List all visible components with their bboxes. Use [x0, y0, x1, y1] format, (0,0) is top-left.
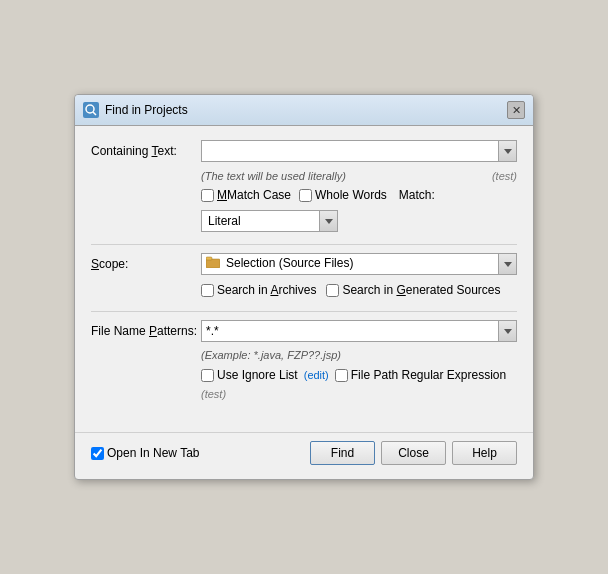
use-ignore-list-checkbox[interactable]: [201, 369, 214, 382]
containing-text-input-wrapper: [201, 140, 517, 162]
search-generated-checkbox[interactable]: [326, 284, 339, 297]
search-archives-checkbox[interactable]: [201, 284, 214, 297]
scope-dropdown-arrow[interactable]: [498, 254, 516, 274]
file-name-input-wrapper: [201, 320, 517, 342]
whole-words-checkbox[interactable]: [299, 189, 312, 202]
match-select[interactable]: Literal Regular Expression: [202, 211, 319, 231]
svg-line-1: [93, 112, 96, 115]
hint-text: (The text will be used literally): [201, 170, 346, 182]
svg-rect-2: [206, 259, 220, 268]
footer-buttons: Find Close Help: [310, 441, 517, 465]
match-dropdown-arrow[interactable]: [319, 211, 337, 231]
whole-words-label: Whole Words: [315, 188, 387, 202]
containing-text-dropdown-arrow[interactable]: [498, 141, 516, 161]
open-in-tab-item[interactable]: Open In New Tab: [91, 446, 200, 460]
open-in-tab-label: Open In New Tab: [107, 446, 200, 460]
search-archives-label: Search in Archives: [217, 283, 316, 297]
search-archives-item[interactable]: Search in Archives: [201, 283, 316, 297]
whole-words-checkbox-item[interactable]: Whole Words: [299, 188, 387, 202]
file-name-row: File Name Patterns:: [91, 320, 517, 342]
file-path-regex-checkbox[interactable]: [335, 369, 348, 382]
help-button[interactable]: Help: [452, 441, 517, 465]
match-select-wrapper: Literal Regular Expression: [201, 210, 338, 232]
hint-right: (test): [492, 170, 517, 182]
match-label: Match:: [399, 188, 435, 202]
dialog-icon: [83, 102, 99, 118]
containing-text-underline: T: [152, 144, 158, 158]
example-row: (Example: *.java, FZP??.jsp): [91, 348, 517, 362]
separator-1: [91, 244, 517, 245]
title-left: Find in Projects: [83, 102, 188, 118]
open-in-tab-checkbox[interactable]: [91, 447, 104, 460]
use-ignore-list-label: Use Ignore List: [217, 368, 298, 382]
example-text: (Example: *.java, FZP??.jsp): [201, 349, 341, 361]
scope-value: Selection (Source Files): [224, 254, 498, 274]
close-icon[interactable]: ✕: [507, 101, 525, 119]
dialog-titlebar: Find in Projects ✕: [75, 95, 533, 126]
search-options-row: Search in Archives Search in Generated S…: [91, 283, 517, 297]
find-button[interactable]: Find: [310, 441, 375, 465]
search-generated-item[interactable]: Search in Generated Sources: [326, 283, 500, 297]
file-path-regex-label: File Path Regular Expression: [351, 368, 506, 382]
file-path-regex-item[interactable]: File Path Regular Expression: [335, 368, 506, 382]
scope-row: Scope: Selection (Source Files): [91, 253, 517, 275]
match-case-label: MMatch Case: [217, 188, 291, 202]
find-in-projects-dialog: Find in Projects ✕ Containing Text: (The…: [74, 94, 534, 480]
hint-row: (The text will be used literally) (test): [91, 170, 517, 182]
search-generated-label: Search in Generated Sources: [342, 283, 500, 297]
ignore-row: Use Ignore List (edit) File Path Regular…: [91, 368, 517, 400]
svg-point-0: [86, 105, 94, 113]
file-path-test-hint: (test): [201, 388, 226, 400]
containing-text-input[interactable]: [202, 141, 498, 161]
match-case-checkbox[interactable]: [201, 189, 214, 202]
containing-text-row: Containing Text:: [91, 140, 517, 162]
dialog-title: Find in Projects: [105, 103, 188, 117]
scope-folder-icon: [205, 254, 221, 270]
file-name-dropdown-arrow[interactable]: [498, 321, 516, 341]
close-button[interactable]: Close: [381, 441, 446, 465]
use-ignore-list-item[interactable]: Use Ignore List: [201, 368, 298, 382]
containing-text-label: Containing Text:: [91, 144, 201, 158]
separator-2: [91, 311, 517, 312]
file-name-label: File Name Patterns:: [91, 324, 201, 338]
scope-label: Scope:: [91, 257, 201, 271]
edit-ignore-link[interactable]: (edit): [304, 369, 329, 381]
options-row: MMatch Case Whole Words Match: Literal R…: [91, 188, 517, 232]
footer-left: Open In New Tab: [91, 446, 200, 460]
match-case-checkbox-item[interactable]: MMatch Case: [201, 188, 291, 202]
footer-row: Open In New Tab Find Close Help: [75, 432, 533, 479]
svg-rect-3: [206, 257, 212, 260]
scope-input-wrapper: Selection (Source Files): [201, 253, 517, 275]
file-name-input[interactable]: [202, 321, 498, 341]
dialog-body: Containing Text: (The text will be used …: [75, 126, 533, 432]
